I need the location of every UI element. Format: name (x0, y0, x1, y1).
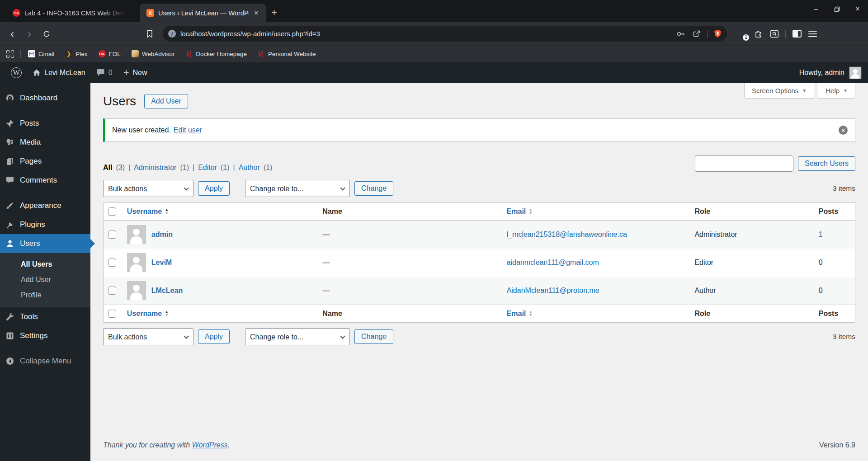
caret-down-icon: ▼ (802, 88, 807, 93)
howdy-menu[interactable]: Howdy, admin (799, 69, 844, 77)
email-link[interactable]: l_mclean215318@fanshaweonline.ca (507, 230, 627, 238)
bulk-actions-select[interactable]: Bulk actions (103, 328, 193, 345)
edit-user-link[interactable]: Edit user (174, 126, 202, 134)
brave-shields-icon[interactable] (714, 29, 722, 38)
browser-tab-inactive[interactable]: FOL Lab 4 - INFO-3163 CMS Web Develop (6, 4, 132, 22)
wordpress-logo-icon: W (11, 67, 22, 78)
change-role-select[interactable]: Change role to... (245, 328, 350, 345)
sidebar-item-dashboard[interactable]: Dashboard (0, 89, 90, 108)
select-all-checkbox[interactable] (108, 207, 116, 216)
apply-button[interactable]: Apply (198, 329, 230, 344)
bookmark-personal-website[interactable]: Personal Website (254, 49, 320, 59)
new-tab-button[interactable]: + (271, 7, 277, 19)
username-link[interactable]: LMcLean (151, 287, 183, 295)
bookmark-docker-homepage[interactable]: Docker Homepage (182, 49, 250, 59)
search-users-button[interactable]: Search Users (798, 156, 855, 171)
role-header: Role (690, 203, 814, 221)
url-text[interactable]: localhost/wordpress/wp-admin/users.php?i… (180, 30, 672, 38)
levi-favicon-icon (185, 50, 193, 57)
sidebar-label: Comments (20, 176, 57, 185)
apps-grid-icon[interactable] (6, 50, 14, 58)
sidebar-item-appearance[interactable]: Appearance (0, 196, 90, 215)
row-checkbox[interactable] (108, 259, 116, 267)
sidebar-item-users[interactable]: Users (0, 234, 90, 253)
pipe-separator: | (128, 164, 130, 172)
help-button[interactable]: Help ▼ (818, 83, 855, 99)
wp-logo-menu[interactable]: W (6, 62, 26, 83)
dismiss-notice-icon[interactable]: × (839, 126, 848, 135)
sort-username-header[interactable]: Username ▲▼ (127, 310, 169, 318)
bookmark-fol[interactable]: FOL FOL (95, 49, 124, 59)
address-bar[interactable]: i localhost/wordpress/wp-admin/users.php… (163, 26, 727, 42)
search-users-input[interactable] (695, 155, 793, 172)
comment-bubble-icon (96, 69, 105, 76)
comments-menu[interactable]: 0 (92, 62, 117, 83)
sidebar-item-pages[interactable]: Pages (0, 152, 90, 171)
sidebar-item-tools[interactable]: Tools (0, 307, 90, 326)
change-button[interactable]: Change (354, 329, 393, 344)
share-icon[interactable] (693, 30, 701, 38)
bookmark-webadvisor[interactable]: WebAdvisor (128, 49, 179, 59)
role-cell: Administrator (690, 221, 814, 249)
wrench-icon (5, 312, 14, 321)
filter-all[interactable]: All (103, 164, 112, 172)
bookmark-icon[interactable] (142, 26, 157, 42)
reload-button[interactable] (39, 26, 54, 42)
change-role-select[interactable]: Change role to... (245, 180, 350, 197)
admin-avatar[interactable] (849, 66, 862, 79)
site-name-menu[interactable]: Levi McLean (28, 62, 90, 83)
submenu-profile[interactable]: Profile (0, 287, 90, 303)
new-content-menu[interactable]: + New (119, 62, 152, 83)
sort-email-header[interactable]: Email ▲▼ (507, 310, 533, 318)
bulk-actions-select[interactable]: Bulk actions (103, 180, 193, 197)
sidebar-panel-icon[interactable] (792, 29, 802, 38)
username-link[interactable]: admin (151, 230, 173, 239)
password-key-icon[interactable] (676, 30, 686, 38)
submenu-all-users[interactable]: All Users (0, 257, 90, 272)
site-info-icon[interactable]: i (168, 30, 176, 38)
email-link[interactable]: AidanMclean111@proton.me (507, 287, 599, 294)
back-button[interactable]: ‹ (5, 26, 20, 42)
sort-username-header[interactable]: Username ▲▼ (127, 207, 169, 216)
sort-email-header[interactable]: Email ▲▼ (507, 207, 533, 216)
sort-arrows-icon: ▲▼ (528, 310, 533, 317)
fol-favicon-icon: FOL (99, 50, 106, 57)
sidebar-item-settings[interactable]: Settings (0, 326, 90, 345)
posts-count-link[interactable]: 1 (819, 230, 823, 238)
row-checkbox[interactable] (108, 287, 116, 295)
bookmark-plex[interactable]: ❯ Plex (61, 49, 91, 59)
sidebar-item-media[interactable]: Media (0, 133, 90, 152)
window-minimize-button[interactable]: – (806, 0, 826, 18)
select-all-checkbox[interactable] (108, 310, 116, 318)
tab-close-icon[interactable]: × (253, 9, 259, 18)
sidebar-label: Users (20, 239, 40, 248)
row-checkbox[interactable] (108, 230, 116, 239)
users-icon (5, 239, 14, 248)
wordpress-link[interactable]: WordPress (192, 441, 228, 449)
sidebar-item-posts[interactable]: Posts (0, 114, 90, 133)
window-close-button[interactable]: × (847, 0, 868, 18)
extensions-puzzle-icon[interactable] (754, 29, 764, 38)
profile-avatar-button[interactable]: 1 (737, 29, 748, 39)
sidebar-item-plugins[interactable]: Plugins (0, 215, 90, 234)
filter-count: (3) (116, 164, 125, 172)
filter-editor[interactable]: Editor (198, 164, 217, 172)
email-link[interactable]: aidanmclean111@gmail.com (507, 259, 599, 266)
sidebar-collapse-menu[interactable]: Collapse Menu (0, 352, 90, 371)
brave-wallet-icon[interactable] (770, 30, 779, 38)
filter-administrator[interactable]: Administrator (134, 164, 176, 172)
submenu-add-user[interactable]: Add User (0, 272, 90, 287)
menu-hamburger-icon[interactable] (808, 31, 817, 37)
window-restore-button[interactable] (826, 0, 847, 18)
add-user-button[interactable]: Add User (144, 94, 188, 108)
sort-arrows-icon: ▲▼ (528, 208, 533, 215)
apply-button[interactable]: Apply (198, 181, 230, 196)
sidebar-item-comments[interactable]: Comments (0, 171, 90, 190)
screen-options-button[interactable]: Screen Options ▼ (744, 83, 814, 99)
username-link[interactable]: LeviM (151, 259, 172, 267)
filter-author[interactable]: Author (239, 164, 260, 172)
browser-tab-active[interactable]: X Users ‹ Levi McLean — WordPres × (140, 4, 266, 22)
forward-button[interactable]: › (22, 26, 37, 42)
change-button[interactable]: Change (354, 181, 393, 196)
bookmark-gmail[interactable]: Gmail (24, 49, 58, 59)
